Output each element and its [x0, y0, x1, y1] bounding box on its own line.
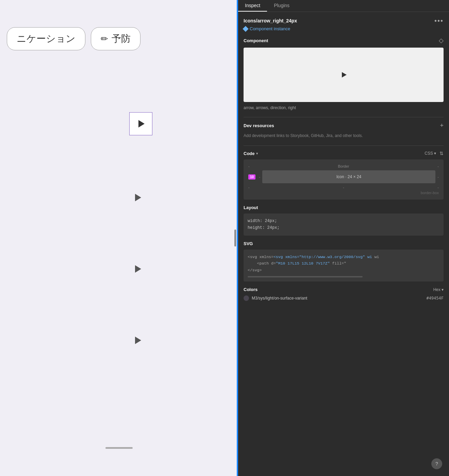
padding-badge: 10 [248, 174, 255, 180]
canvas-scrollbar[interactable] [105, 447, 133, 449]
button-communication-label: ニケーション [17, 32, 76, 45]
box-inner: Icon · 24 × 24 [262, 170, 436, 183]
svg-line-3: </svg> [248, 267, 439, 274]
component-name-row: Icons/arrow_right_24px ••• [244, 17, 444, 24]
layout-width: width: 24px; [248, 219, 277, 223]
code-section-header: Code ▾ CSS ▾ ⇅ [244, 151, 444, 156]
box-content-label: Icon · 24 × 24 [336, 174, 361, 179]
box-dash-mr: - [437, 175, 439, 179]
svg-line-1: <svg xmlns=<svg xmlns="http://www.w3.org… [248, 254, 439, 260]
colors-title: Colors [244, 287, 257, 292]
box-model-diagram: - Border - 10 - Icon · 24 × 24 - - [244, 159, 444, 200]
code-options: CSS ▾ ⇅ [425, 151, 444, 156]
dev-resources-title: Dev resources [244, 123, 274, 128]
color-swatch-1 [244, 295, 249, 301]
add-dev-resource-button[interactable]: + [440, 122, 444, 129]
canvas-divider [237, 0, 238, 476]
component-section-title: Component [244, 38, 268, 43]
layout-height-line: height: 24px; [248, 224, 439, 231]
color-left-1: M3/sys/light/on-surface-variant [244, 295, 307, 301]
canvas-arrow-1 [135, 194, 141, 201]
layout-title: Layout [244, 205, 258, 210]
help-button[interactable]: ? [431, 458, 442, 469]
tab-bar: Inspect Plugins [238, 0, 449, 12]
css-option-label: CSS [425, 151, 433, 156]
svg-section: SVG <svg xmlns=<svg xmlns="http://www.w3… [244, 241, 444, 282]
hex-dropdown[interactable]: Hex ▾ [433, 287, 444, 292]
right-panel: Inspect Plugins Icons/arrow_right_24px •… [238, 0, 449, 476]
code-settings-icon[interactable]: ⇅ [439, 151, 444, 156]
box-dash-bc: - [343, 185, 344, 189]
button-prevention-label: 予防 [112, 32, 131, 45]
selected-icon[interactable] [129, 112, 152, 135]
pencil-icon: ✏ [101, 34, 108, 44]
layout-section-header: Layout [244, 205, 444, 210]
tab-inspect[interactable]: Inspect [238, 0, 267, 12]
color-name-1: M3/sys/light/on-surface-variant [252, 296, 307, 301]
svg-line-2: <path d="M10 17L15 12L10 7V17Z" fill=" [248, 260, 439, 267]
box-dash-tr: - [437, 164, 439, 168]
panel-resize-handle[interactable] [234, 230, 236, 247]
canvas-arrow-2 [135, 265, 141, 273]
component-tags: arrow, arrows, direction, right [244, 105, 444, 110]
preview-arrow-icon [342, 72, 347, 78]
instance-label: Component instance [250, 26, 290, 31]
colors-section-header: Colors Hex ▾ [244, 287, 444, 292]
component-section-header: Component ◇ [244, 37, 444, 44]
box-border-top-label: Border [338, 164, 349, 168]
layout-height: height: 24px; [248, 225, 280, 230]
box-dash-tl: - [248, 164, 250, 168]
color-hex-1: #49454F [426, 296, 444, 301]
layout-code-block: width: 24px; height: 24px; [244, 214, 444, 236]
divider-1 [244, 117, 444, 117]
box-dash-ml: - [259, 175, 260, 179]
dev-resources-header: Dev resources + [244, 122, 444, 129]
css-dropdown[interactable]: CSS ▾ [425, 151, 436, 156]
code-label[interactable]: Code ▾ [244, 151, 258, 156]
svg-scrollbar[interactable] [248, 276, 363, 277]
tab-plugins[interactable]: Plugins [267, 0, 296, 12]
canvas: ニケーション ✏ 予防 [0, 0, 238, 476]
button-prevention[interactable]: ✏ 予防 [91, 27, 140, 50]
canvas-arrow-3 [135, 337, 141, 344]
arrow-right-icon [138, 120, 145, 128]
component-go-icon[interactable]: ◇ [439, 37, 444, 44]
css-chevron-icon: ▾ [434, 151, 436, 156]
divider-2 [244, 146, 444, 146]
dev-resources-desc: Add development links to Storybook, GitH… [244, 133, 444, 139]
layout-section: Layout width: 24px; height: 24px; [244, 205, 444, 236]
more-button[interactable]: ••• [434, 17, 444, 24]
diamond-icon [243, 26, 249, 32]
hex-option-label: Hex [433, 287, 440, 292]
code-chevron-icon: ▾ [256, 152, 258, 155]
component-preview [244, 48, 444, 102]
instance-badge: Component instance [244, 26, 444, 31]
canvas-top-area: ニケーション ✏ 予防 [0, 27, 238, 50]
box-dash-bl: - [248, 185, 250, 189]
panel-content[interactable]: Icons/arrow_right_24px ••• Component ins… [238, 12, 449, 476]
button-communication[interactable]: ニケーション [7, 27, 85, 50]
svg-section-header: SVG [244, 241, 444, 246]
component-name: Icons/arrow_right_24px [244, 18, 297, 23]
layout-width-line: width: 24px; [248, 218, 439, 224]
border-box-label: border-box [248, 191, 439, 195]
color-row-1: M3/sys/light/on-surface-variant #49454F [244, 295, 444, 301]
svg-title: SVG [244, 241, 253, 246]
code-title: Code [244, 151, 255, 156]
svg-code-block: <svg xmlns=<svg xmlns="http://www.w3.org… [244, 250, 444, 282]
box-dash-br: - [437, 185, 439, 189]
hex-chevron-icon: ▾ [442, 287, 444, 292]
